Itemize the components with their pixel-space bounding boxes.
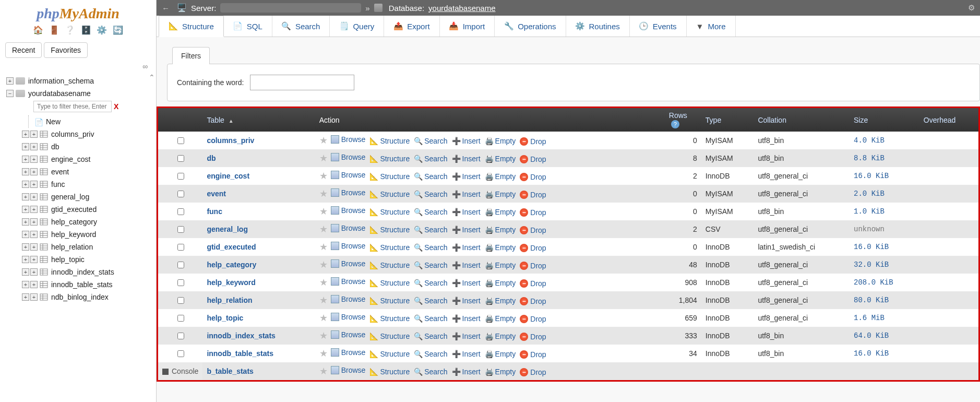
action-insert[interactable]: ➕Insert: [452, 190, 481, 198]
tree-table-label[interactable]: ndb_binlog_index: [51, 293, 109, 301]
col-overhead[interactable]: Overhead: [919, 108, 978, 132]
action-drop[interactable]: −Drop: [520, 137, 546, 146]
action-insert[interactable]: ➕Insert: [452, 332, 481, 340]
logout-icon[interactable]: 🚪: [49, 26, 59, 34]
expand-icon[interactable]: +: [22, 143, 29, 150]
help-icon[interactable]: ?: [671, 120, 679, 128]
action-search[interactable]: 🔍Search: [414, 297, 447, 305]
row-checkbox[interactable]: [177, 137, 184, 144]
logo[interactable]: phpMyAdmin: [0, 0, 156, 23]
row-checkbox[interactable]: [177, 155, 184, 162]
action-drop[interactable]: −Drop: [520, 208, 546, 217]
row-checkbox[interactable]: [177, 226, 184, 233]
action-structure[interactable]: 📐Structure: [369, 261, 410, 269]
action-insert[interactable]: ➕Insert: [452, 297, 481, 305]
action-browse[interactable]: Browse: [331, 259, 366, 268]
action-structure[interactable]: 📐Structure: [369, 297, 410, 305]
console-toggle[interactable]: Console: [158, 362, 202, 380]
action-empty[interactable]: 🖨️Empty: [485, 190, 516, 198]
table-name-link[interactable]: func: [207, 207, 222, 216]
favorite-icon[interactable]: ★: [319, 188, 328, 199]
table-name-link[interactable]: db: [207, 154, 216, 162]
col-collation[interactable]: Collation: [754, 108, 850, 132]
action-search[interactable]: 🔍Search: [414, 368, 447, 376]
expand-icon[interactable]: +: [30, 231, 38, 238]
tree-table-db[interactable]: ++db: [4, 140, 156, 153]
table-name-link[interactable]: help_topic: [207, 314, 243, 322]
action-insert[interactable]: ➕Insert: [452, 243, 481, 252]
expand-icon[interactable]: +: [30, 193, 38, 200]
table-name-link[interactable]: help_keyword: [207, 278, 255, 287]
action-browse[interactable]: Browse: [331, 295, 366, 303]
action-insert[interactable]: ➕Insert: [452, 208, 481, 216]
row-checkbox[interactable]: [177, 279, 184, 286]
tree-filter-clear-icon[interactable]: X: [114, 102, 118, 111]
expand-icon[interactable]: +: [30, 256, 38, 263]
tree-db-label[interactable]: yourdatabasename: [28, 89, 91, 98]
database-name[interactable]: yourdatabasename: [428, 4, 495, 13]
action-structure[interactable]: 📐Structure: [369, 226, 410, 234]
action-browse[interactable]: Browse: [331, 330, 366, 339]
expand-icon[interactable]: +: [22, 231, 29, 238]
page-settings-icon[interactable]: ⚙: [968, 3, 975, 13]
action-browse[interactable]: Browse: [331, 366, 366, 374]
collapse-icon[interactable]: −: [6, 90, 14, 97]
tab-search[interactable]: 🔍 Search: [272, 16, 330, 37]
action-browse[interactable]: Browse: [331, 206, 366, 215]
favorite-icon[interactable]: ★: [319, 259, 328, 270]
action-browse[interactable]: Browse: [331, 224, 366, 232]
table-name-link[interactable]: help_category: [207, 261, 256, 269]
tree-table-label[interactable]: help_keyword: [51, 230, 96, 239]
action-browse[interactable]: Browse: [331, 171, 366, 179]
expand-icon[interactable]: +: [22, 131, 29, 138]
tab-query[interactable]: 🗒️ Query: [330, 16, 384, 37]
action-search[interactable]: 🔍Search: [414, 226, 447, 234]
tree-table-label[interactable]: help_topic: [51, 255, 85, 264]
expand-icon[interactable]: +: [30, 293, 38, 301]
action-empty[interactable]: 🖨️Empty: [485, 243, 516, 252]
containing-input[interactable]: [250, 75, 354, 90]
favorite-icon[interactable]: ★: [319, 242, 328, 252]
favorite-icon[interactable]: ★: [319, 277, 328, 288]
action-structure[interactable]: 📐Structure: [369, 137, 410, 145]
action-drop[interactable]: −Drop: [520, 333, 546, 341]
table-name-link[interactable]: general_log: [207, 225, 248, 233]
tree-db-information-schema[interactable]: + information_schema: [4, 75, 156, 87]
panel-collapse-icon[interactable]: ←: [162, 4, 170, 13]
action-structure[interactable]: 📐Structure: [369, 279, 410, 287]
col-rows[interactable]: Rows ?: [665, 108, 701, 132]
action-insert[interactable]: ➕Insert: [452, 172, 481, 181]
action-search[interactable]: 🔍Search: [414, 243, 447, 252]
action-drop[interactable]: −Drop: [520, 173, 546, 181]
tree-new-label[interactable]: New: [46, 117, 61, 126]
expand-icon[interactable]: +: [30, 143, 38, 150]
tree-table-columns_priv[interactable]: ++columns_priv: [4, 128, 156, 140]
tree-table-general_log[interactable]: ++general_log: [4, 191, 156, 203]
action-browse[interactable]: Browse: [331, 277, 366, 286]
action-empty[interactable]: 🖨️Empty: [485, 172, 516, 181]
table-name-link[interactable]: columns_priv: [207, 136, 254, 145]
action-browse[interactable]: Browse: [331, 313, 366, 321]
expand-icon[interactable]: +: [6, 77, 14, 85]
action-insert[interactable]: ➕Insert: [452, 350, 481, 358]
action-drop[interactable]: −Drop: [520, 191, 546, 199]
action-drop[interactable]: −Drop: [520, 155, 546, 163]
action-insert[interactable]: ➕Insert: [452, 155, 481, 163]
expand-icon[interactable]: +: [22, 206, 29, 213]
favorite-icon[interactable]: ★: [319, 135, 328, 146]
row-checkbox[interactable]: [177, 333, 184, 339]
tree-table-label[interactable]: help_relation: [51, 243, 93, 251]
favorite-icon[interactable]: ★: [319, 348, 328, 359]
action-search[interactable]: 🔍Search: [414, 314, 447, 323]
tree-table-engine_cost[interactable]: ++engine_cost: [4, 153, 156, 165]
action-empty[interactable]: 🖨️Empty: [485, 155, 516, 163]
tree-table-func[interactable]: ++func: [4, 178, 156, 191]
action-insert[interactable]: ➕Insert: [452, 261, 481, 269]
favorite-icon[interactable]: ★: [319, 295, 328, 305]
favorite-icon[interactable]: ★: [319, 224, 328, 234]
tree-table-label[interactable]: gtid_executed: [51, 205, 97, 214]
tree-table-innodb_table_stats[interactable]: ++innodb_table_stats: [4, 278, 156, 291]
action-drop[interactable]: −Drop: [520, 315, 546, 323]
tree-table-help_relation[interactable]: ++help_relation: [4, 241, 156, 253]
action-browse[interactable]: Browse: [331, 348, 366, 357]
